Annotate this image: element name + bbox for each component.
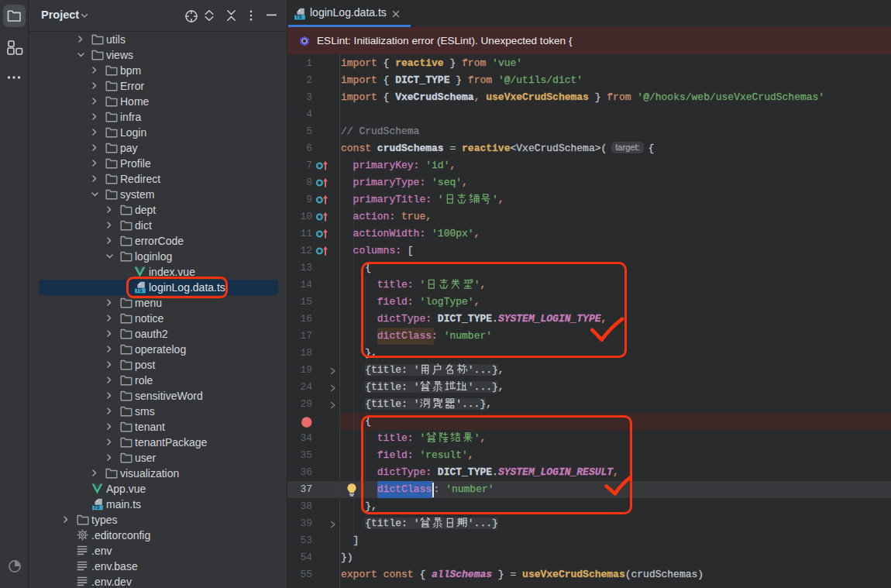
svg-text:TS: TS	[94, 504, 101, 510]
svg-text:TS: TS	[296, 14, 303, 19]
